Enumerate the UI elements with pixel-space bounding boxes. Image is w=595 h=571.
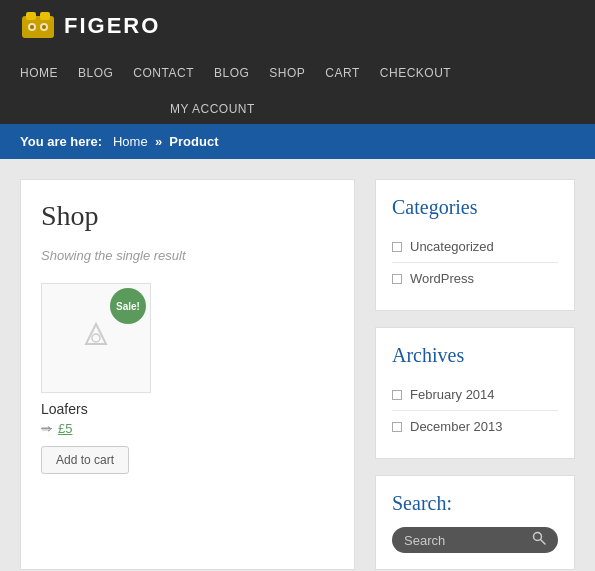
nav-cart[interactable]: CART: [315, 52, 369, 94]
search-title: Search:: [392, 492, 558, 515]
archive-feb-2014: February 2014: [392, 379, 558, 411]
shop-panel: Shop Showing the single result Sale! Loa…: [20, 179, 355, 570]
category-link-uncategorized[interactable]: Uncategorized: [410, 239, 494, 254]
product-placeholder: [76, 316, 116, 360]
breadcrumb-current: Product: [169, 134, 218, 149]
product-original-price: ⇒: [41, 421, 52, 436]
nav-checkout[interactable]: CHECKOUT: [370, 52, 461, 94]
svg-point-8: [92, 334, 100, 342]
product-image-svg: [76, 316, 116, 356]
add-to-cart-button[interactable]: Add to cart: [41, 446, 129, 474]
archive-checkbox-2: [392, 422, 402, 432]
archives-title: Archives: [392, 344, 558, 367]
category-checkbox-2: [392, 274, 402, 284]
search-wrapper: [392, 527, 558, 553]
logo-icon: [20, 8, 56, 44]
search-input[interactable]: [404, 533, 526, 548]
nav-my-account[interactable]: MY ACCOUNT: [160, 94, 265, 124]
categories-widget: Categories Uncategorized WordPress: [375, 179, 575, 311]
category-checkbox-1: [392, 242, 402, 252]
category-wordpress: WordPress: [392, 263, 558, 294]
search-widget: Search:: [375, 475, 575, 570]
header: FIGERO HOME BLOG CONTACT BLOG SHOP CART …: [0, 0, 595, 94]
svg-rect-1: [26, 12, 36, 20]
archive-checkbox-1: [392, 390, 402, 400]
sidebar: Categories Uncategorized WordPress Archi…: [375, 179, 575, 570]
logo[interactable]: FIGERO: [10, 0, 170, 52]
category-link-wordpress[interactable]: WordPress: [410, 271, 474, 286]
svg-rect-2: [40, 12, 50, 20]
showing-text: Showing the single result: [41, 248, 334, 263]
sale-badge: Sale!: [110, 288, 146, 324]
product-name: Loafers: [41, 401, 334, 417]
breadcrumb-separator: »: [155, 134, 162, 149]
shop-title: Shop: [41, 200, 334, 232]
nav-contact[interactable]: CONTACT: [123, 52, 204, 94]
nav-home[interactable]: HOME: [10, 52, 68, 94]
archive-link-feb2014[interactable]: February 2014: [410, 387, 495, 402]
svg-point-5: [30, 25, 34, 29]
categories-title: Categories: [392, 196, 558, 219]
svg-line-10: [541, 540, 546, 545]
breadcrumb-prefix: You are here:: [20, 134, 102, 149]
nav-blog2[interactable]: BLOG: [204, 52, 259, 94]
svg-point-6: [42, 25, 46, 29]
breadcrumb: You are here: Home » Product: [0, 124, 595, 159]
archive-link-dec2013[interactable]: December 2013: [410, 419, 503, 434]
main-nav: HOME BLOG CONTACT BLOG SHOP CART CHECKOU…: [10, 52, 461, 94]
product-card: Sale! Loafers ⇒ £5 Add to cart: [41, 283, 334, 474]
product-sale-price[interactable]: £5: [58, 421, 72, 436]
breadcrumb-home[interactable]: Home: [113, 134, 148, 149]
category-uncategorized: Uncategorized: [392, 231, 558, 263]
logo-text: FIGERO: [64, 13, 160, 39]
archives-widget: Archives February 2014 December 2013: [375, 327, 575, 459]
content-wrapper: Shop Showing the single result Sale! Loa…: [0, 159, 595, 571]
archive-dec-2013: December 2013: [392, 411, 558, 442]
nav-shop[interactable]: SHOP: [259, 52, 315, 94]
product-price-wrapper: ⇒ £5: [41, 421, 334, 436]
search-icon: [532, 531, 546, 549]
nav-blog1[interactable]: BLOG: [68, 52, 123, 94]
secondary-nav: MY ACCOUNT: [0, 94, 595, 124]
product-image-wrapper: Sale!: [41, 283, 151, 393]
